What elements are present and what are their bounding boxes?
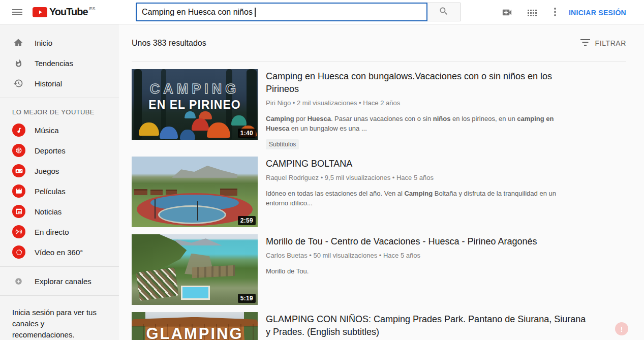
video-title[interactable]: Morillo de Tou - Centro de Vacaciones - … xyxy=(266,235,537,248)
upload-video-icon[interactable] xyxy=(501,7,513,20)
video-thumbnail[interactable]: CAMPING EN EL PIRINEO 1:40 xyxy=(132,69,258,140)
apps-grid-icon[interactable] xyxy=(528,9,537,18)
video-description: Morillo de Tou. xyxy=(266,266,537,276)
music-note-icon xyxy=(12,123,25,137)
sidebar-item-music[interactable]: Música xyxy=(0,120,119,140)
video-title[interactable]: Camping en Huesca con bungalows.Vacacion… xyxy=(266,70,586,96)
top-bar: YouTube ES INICIAR SESIÓN xyxy=(0,0,644,24)
video-result-row: 2:59 CAMPING BOLTANA Raquel Rodriguez • … xyxy=(132,157,626,227)
sidebar-item-history[interactable]: Historial xyxy=(0,73,119,94)
sidebar-item-sports[interactable]: Deportes xyxy=(0,140,119,161)
sidebar-item-browse-channels[interactable]: Explorar canales xyxy=(0,271,119,291)
magnifier-icon xyxy=(439,6,449,18)
filter-button[interactable]: FILTRAR xyxy=(580,39,627,47)
sidebar-item-360-video[interactable]: Vídeo en 360° xyxy=(0,242,119,262)
search-input[interactable] xyxy=(136,3,427,21)
results-count: Unos 383 resultados xyxy=(132,39,206,48)
sidebar-item-home[interactable]: Inicio xyxy=(0,33,119,53)
filter-icon xyxy=(580,39,590,47)
thumbnail-text: GLAMPING xyxy=(132,325,258,340)
youtube-play-icon xyxy=(33,7,47,17)
video-thumbnail[interactable]: 2:59 xyxy=(132,157,258,227)
news-icon xyxy=(12,205,25,218)
duration-badge: 2:59 xyxy=(238,216,256,225)
video-thumbnail[interactable]: GLAMPING CON xyxy=(132,312,258,340)
sidebar-divider xyxy=(0,98,119,98)
video-info: Morillo de Tou - Centro de Vacaciones - … xyxy=(266,234,537,305)
thumbnail-text: EN EL PIRINEO xyxy=(132,98,258,112)
basketball-icon xyxy=(12,144,25,157)
360-video-icon xyxy=(12,245,25,259)
logo-region-code: ES xyxy=(89,6,96,11)
results-header: Unos 383 resultados FILTRAR xyxy=(132,24,626,62)
text-caret xyxy=(255,8,256,17)
best-of-youtube-title: LO MEJOR DE YOUTUBE xyxy=(0,102,119,120)
sidebar-item-movies[interactable]: Películas xyxy=(0,181,119,201)
home-icon xyxy=(12,38,24,48)
more-options-icon[interactable] xyxy=(554,8,556,18)
live-broadcast-icon xyxy=(12,225,25,238)
video-meta[interactable]: Piri Nigo • 2 mil visualizaciones • Hace… xyxy=(266,99,586,107)
search-results: Unos 383 resultados FILTRAR CAMPING EN E… xyxy=(119,24,644,340)
sidebar-item-live[interactable]: En directo xyxy=(0,222,119,242)
video-meta[interactable]: Raquel Rodriguez • 9,5 mil visualizacion… xyxy=(266,174,577,181)
video-result-row: CAMPING EN EL PIRINEO 1:40 Camping en Hu… xyxy=(132,69,626,149)
sidebar-item-news[interactable]: Noticias xyxy=(0,201,119,222)
plus-circle-icon xyxy=(12,277,24,285)
signin-promo-text: Inicia sesión para ver tus canales y rec… xyxy=(0,300,119,340)
gamepad-icon xyxy=(12,164,25,177)
film-icon xyxy=(12,184,25,198)
duration-badge: 1:40 xyxy=(238,129,256,138)
video-info: Camping en Huesca con bungalows.Vacacion… xyxy=(266,69,586,149)
hamburger-menu-icon[interactable] xyxy=(12,7,22,17)
video-result-row: 5:19 Morillo de Tou - Centro de Vacacion… xyxy=(132,234,626,305)
video-description: Camping por Huesca. Pasar unas vacacione… xyxy=(266,114,577,133)
sidebar-divider xyxy=(0,266,119,267)
youtube-logo[interactable]: YouTube ES xyxy=(33,6,96,18)
logo-wordmark: YouTube xyxy=(49,6,88,18)
video-title[interactable]: GLAMPING CON NIÑOS: Camping Prades Park.… xyxy=(266,313,586,338)
sidebar-item-trending[interactable]: Tendencias xyxy=(0,53,119,73)
video-title[interactable]: CAMPING BOLTANA xyxy=(266,158,577,170)
history-icon xyxy=(12,78,24,88)
sidebar-item-gaming[interactable]: Juegos xyxy=(0,161,119,181)
search-form xyxy=(136,3,461,21)
video-result-row: GLAMPING CON GLAMPING CON NIÑOS: Camping… xyxy=(132,312,626,340)
video-info: CAMPING BOLTANA Raquel Rodriguez • 9,5 m… xyxy=(266,157,577,227)
thumbnail-text: CAMPING xyxy=(132,81,258,97)
video-meta[interactable]: Carlos Buetas • 50 mil visualizaciones •… xyxy=(266,252,537,259)
search-button[interactable] xyxy=(427,3,461,21)
sidebar-divider xyxy=(0,295,119,296)
sign-in-button[interactable]: INICIAR SESIÓN xyxy=(569,9,626,17)
video-description: Idóneo en todas las estaciones del año. … xyxy=(266,189,577,208)
guide-sidebar: Inicio Tendencias Historial LO MEJOR DE … xyxy=(0,24,119,340)
feedback-alert-icon[interactable]: ! xyxy=(615,322,628,335)
duration-badge: 5:19 xyxy=(238,294,256,303)
subtitles-badge: Subtítulos xyxy=(266,139,299,149)
video-info: GLAMPING CON NIÑOS: Camping Prades Park.… xyxy=(266,312,586,340)
flame-icon xyxy=(12,58,24,68)
video-thumbnail[interactable]: 5:19 xyxy=(132,234,258,305)
